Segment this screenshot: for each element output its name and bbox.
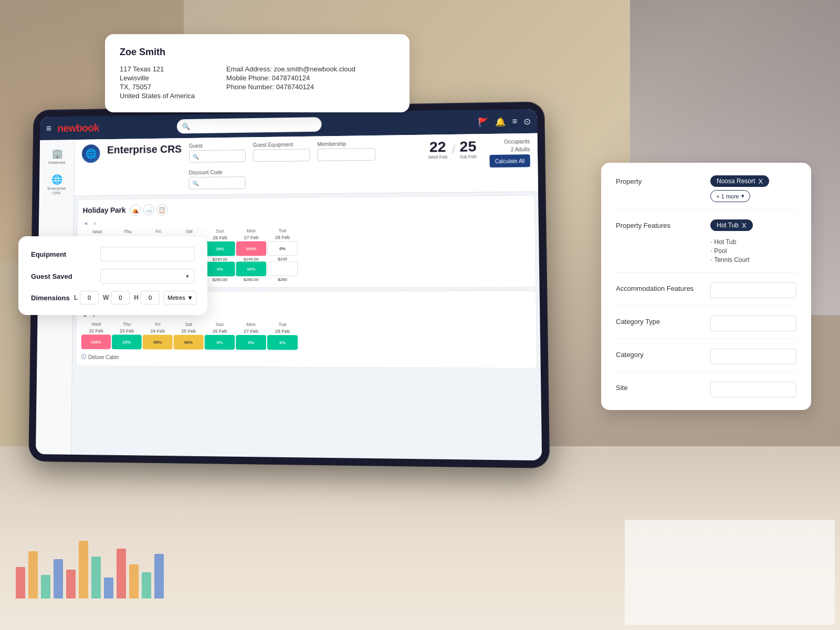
- cal-first-btn[interactable]: «: [82, 219, 90, 227]
- site-value: [710, 382, 796, 397]
- guest-saved-label: Guest Saved: [31, 272, 94, 280]
- equipment-input[interactable]: [100, 247, 195, 261]
- guest-search-icon: 🔍: [193, 154, 199, 160]
- deluxe-cabin-info-icon: ⓘ: [81, 353, 86, 361]
- availability-cell[interactable]: 0%: [205, 335, 235, 350]
- dimensions-label: Dimensions: [31, 294, 70, 302]
- cal-day-label: Sun: [205, 322, 235, 327]
- property-tag-remove[interactable]: X: [758, 178, 763, 185]
- chart-bar: [154, 554, 164, 598]
- chart-bar: [91, 556, 101, 598]
- info-icon[interactable]: ⊙: [523, 116, 531, 126]
- dim-w-input[interactable]: 0: [111, 291, 130, 304]
- chart-bar: [28, 551, 38, 598]
- cal-date-label: 22 Feb: [81, 328, 111, 333]
- availability-cell[interactable]: 10%: [236, 261, 267, 276]
- cal-column: Sat25 Feb60%: [173, 322, 203, 351]
- membership-input[interactable]: [317, 148, 375, 161]
- crs-fields: Guest 🔍 Guest Equipment Membership: [188, 140, 415, 190]
- cal-date-label: 26 Feb: [205, 235, 235, 240]
- dim-l-input[interactable]: 0: [80, 291, 99, 304]
- guest-equipment-input[interactable]: [253, 149, 310, 162]
- cal-date-label: 27 Feb: [236, 235, 266, 240]
- availability-cell[interactable]: 100%: [236, 241, 267, 256]
- dim-h-letter: H: [134, 294, 139, 301]
- cal-column: Sun26 Feb18%$245.000%$280.00: [205, 228, 235, 282]
- availability-cell[interactable]: 23%: [112, 334, 142, 349]
- accommodation-input[interactable]: [710, 282, 796, 298]
- chart-bar: [41, 575, 50, 598]
- category-type-input[interactable]: [710, 316, 796, 331]
- contact-name: Zoe Smith: [120, 47, 395, 58]
- sidebar-item-enterprise-crs[interactable]: 🌐 Enterprise CRS: [42, 171, 71, 198]
- availability-cell[interactable]: [267, 261, 298, 276]
- availability-cell[interactable]: 100%: [81, 334, 111, 349]
- features-tag-remove[interactable]: X: [742, 222, 747, 229]
- property-tag: Noosa Resort X: [710, 175, 769, 187]
- flag-icon[interactable]: 🚩: [478, 117, 489, 127]
- category-input[interactable]: [710, 349, 796, 364]
- property-row-label: Property: [616, 175, 700, 185]
- availability-cell[interactable]: 60%: [173, 335, 203, 350]
- accommodation-value: [710, 282, 796, 298]
- chart-bar: [142, 572, 151, 598]
- cal-day-label: Sat: [174, 228, 204, 234]
- property-more-button[interactable]: + 1 more ▾: [710, 190, 750, 202]
- category-type-label: Category Type: [616, 316, 700, 326]
- logo-text: newbook: [57, 122, 99, 133]
- mobile-label: Mobile Phone:: [226, 74, 270, 82]
- cal-prev-btn[interactable]: ‹: [92, 219, 98, 227]
- cal-column: Sun26 Feb0%: [205, 322, 235, 351]
- availability-cell[interactable]: 0%: [267, 241, 298, 256]
- discount-search-icon: 🔍: [192, 180, 198, 186]
- membership-group: Membership: [317, 141, 375, 161]
- broadbeach-calendar: Wed22 Feb100%Thu23 Feb23%Fri24 Feb55%Sat…: [81, 322, 531, 352]
- date-from-sub: Wed Feb: [428, 154, 447, 160]
- park-icon-2[interactable]: 🛁: [143, 204, 154, 216]
- availability-cell[interactable]: 0%: [236, 335, 266, 350]
- sidebar-item-instances[interactable]: 🏢 Instances: [43, 145, 72, 168]
- category-label: Category: [616, 349, 700, 359]
- deluxe-cabin-label: Deluxe Cabin: [88, 354, 119, 360]
- search-bar[interactable]: 🔍: [177, 117, 322, 134]
- occupants-value: 2 Adults: [511, 146, 530, 153]
- price-label: $280: [267, 277, 298, 282]
- date-separator: /: [452, 142, 455, 157]
- cal-column: Fri24 Feb55%: [143, 322, 173, 351]
- site-input[interactable]: [710, 382, 796, 397]
- cal-column: Thu23 Feb23%: [112, 322, 142, 351]
- availability-cell[interactable]: 0%: [267, 335, 298, 350]
- chart-bars-decoration: [16, 541, 164, 598]
- chart-bar: [54, 559, 63, 598]
- dim-unit-selector[interactable]: Metres ▼: [164, 291, 197, 304]
- phone-label: Phone Number:: [226, 83, 274, 91]
- cal-column: Tue28 Feb0%$245$280: [267, 228, 298, 282]
- availability-cell[interactable]: 0%: [205, 261, 235, 276]
- dim-h-input[interactable]: 0: [141, 291, 160, 304]
- price-label: $245: [267, 257, 298, 261]
- search-icon: 🔍: [182, 122, 191, 130]
- cal-date-label: 25 Feb: [174, 329, 204, 334]
- availability-cell[interactable]: 18%: [205, 242, 235, 256]
- discount-label: Discount Code: [189, 169, 246, 175]
- chart-bar: [79, 541, 88, 598]
- contact-details: 117 Texas 121 Lewisville TX, 75057 Unite…: [120, 65, 395, 100]
- guest-input[interactable]: 🔍: [189, 150, 246, 163]
- menu-icon[interactable]: ≡: [46, 123, 51, 133]
- cal-date-label: 28 Feb: [267, 235, 298, 240]
- cal-date-label: 28 Feb: [267, 329, 298, 334]
- date-to-num: 25: [459, 139, 477, 154]
- park-icon-3[interactable]: 📋: [156, 204, 168, 216]
- date-range: 22 Wed Feb / 25 Sat Feb: [428, 139, 477, 160]
- logo: newbook: [57, 122, 99, 134]
- guest-saved-select[interactable]: ▼: [100, 269, 195, 284]
- holiday-park-name: Holiday Park: [83, 206, 126, 214]
- availability-cell[interactable]: 55%: [143, 335, 173, 350]
- calculate-all-button[interactable]: Calculate All: [489, 154, 530, 167]
- park-icon-1[interactable]: ⛺: [130, 204, 141, 216]
- list-icon[interactable]: ≡: [512, 117, 517, 126]
- crs-header: 🌐 Enterprise CRS Guest 🔍 Guest Equipment: [75, 133, 538, 196]
- bell-icon[interactable]: 🔔: [495, 117, 506, 127]
- property-value: Noosa Resort X + 1 more ▾: [710, 175, 796, 202]
- discount-input[interactable]: 🔍: [188, 176, 245, 190]
